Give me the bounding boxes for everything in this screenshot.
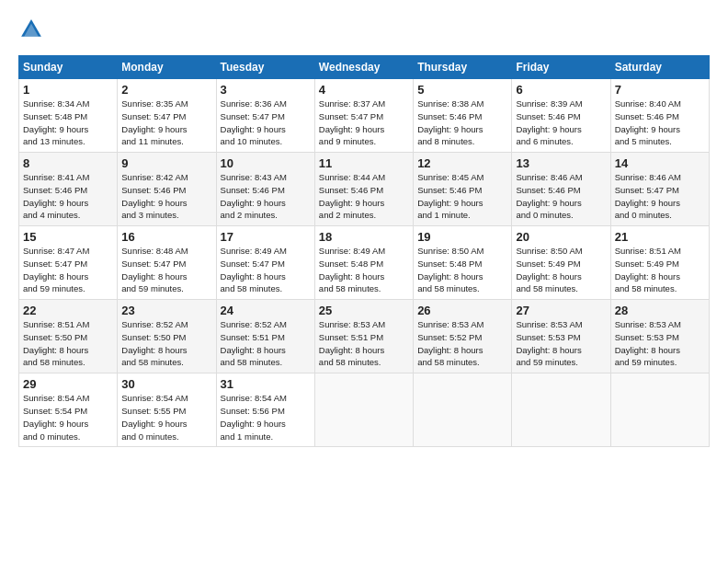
day-info-line: Daylight: 8 hours bbox=[319, 270, 409, 283]
day-number: 22 bbox=[23, 304, 113, 317]
day-info-line: Sunset: 5:46 PM bbox=[417, 184, 507, 197]
day-info-line: Sunset: 5:52 PM bbox=[417, 331, 507, 344]
day-info: Sunrise: 8:49 AMSunset: 5:47 PMDaylight:… bbox=[221, 245, 311, 295]
day-info: Sunrise: 8:45 AMSunset: 5:46 PMDaylight:… bbox=[417, 171, 507, 222]
logo-icon bbox=[18, 17, 44, 42]
day-info-line: Daylight: 9 hours bbox=[23, 123, 113, 136]
day-info-line: Sunrise: 8:54 AM bbox=[23, 392, 113, 405]
day-info: Sunrise: 8:42 AMSunset: 5:46 PMDaylight:… bbox=[121, 171, 211, 222]
header-cell-saturday: Saturday bbox=[610, 56, 709, 79]
day-number: 21 bbox=[615, 230, 705, 244]
day-info: Sunrise: 8:53 AMSunset: 5:51 PMDaylight:… bbox=[319, 318, 409, 369]
day-info-line: Daylight: 8 hours bbox=[615, 270, 705, 283]
day-info-line: Sunrise: 8:44 AM bbox=[319, 171, 409, 184]
day-info-line: Sunrise: 8:47 AM bbox=[23, 245, 113, 258]
day-info: Sunrise: 8:43 AMSunset: 5:46 PMDaylight:… bbox=[221, 171, 311, 222]
day-info: Sunrise: 8:40 AMSunset: 5:46 PMDaylight:… bbox=[615, 98, 705, 148]
day-info-line: Sunrise: 8:53 AM bbox=[417, 318, 507, 331]
day-info-line: Daylight: 9 hours bbox=[121, 123, 211, 136]
day-number: 14 bbox=[615, 156, 705, 170]
day-info-line: and 1 minute. bbox=[417, 209, 507, 222]
calendar-cell: 26Sunrise: 8:53 AMSunset: 5:52 PMDayligh… bbox=[414, 300, 512, 373]
day-info-line: and 2 minutes. bbox=[221, 209, 311, 222]
day-number: 20 bbox=[516, 230, 606, 244]
day-info-line: Sunrise: 8:40 AM bbox=[615, 98, 705, 110]
day-info-line: and 58 minutes. bbox=[221, 282, 311, 295]
day-info-line: Daylight: 9 hours bbox=[417, 197, 507, 210]
day-info-line: Daylight: 9 hours bbox=[417, 123, 507, 136]
page: SundayMondayTuesdayWednesdayThursdayFrid… bbox=[0, 0, 728, 456]
day-info-line: Daylight: 9 hours bbox=[23, 418, 113, 431]
day-info-line: and 2 minutes. bbox=[319, 209, 409, 222]
day-number: 7 bbox=[615, 83, 705, 97]
day-info: Sunrise: 8:39 AMSunset: 5:46 PMDaylight:… bbox=[516, 98, 606, 148]
day-info-line: Sunrise: 8:35 AM bbox=[121, 98, 211, 110]
day-info-line: Sunrise: 8:38 AM bbox=[417, 98, 507, 110]
day-info-line: Sunrise: 8:52 AM bbox=[121, 318, 211, 331]
day-info-line: Daylight: 9 hours bbox=[516, 197, 606, 210]
calendar-cell: 31Sunrise: 8:54 AMSunset: 5:56 PMDayligh… bbox=[216, 373, 314, 447]
day-info-line: Daylight: 8 hours bbox=[121, 344, 211, 357]
calendar-cell: 30Sunrise: 8:54 AMSunset: 5:55 PMDayligh… bbox=[118, 373, 216, 447]
day-info: Sunrise: 8:35 AMSunset: 5:47 PMDaylight:… bbox=[121, 98, 211, 148]
day-info-line: Daylight: 9 hours bbox=[615, 197, 705, 210]
day-info-line: Sunrise: 8:36 AM bbox=[221, 98, 311, 110]
day-info-line: and 5 minutes. bbox=[615, 135, 705, 148]
header bbox=[18, 17, 710, 42]
day-info: Sunrise: 8:44 AMSunset: 5:46 PMDaylight:… bbox=[319, 171, 409, 222]
calendar-cell: 2Sunrise: 8:35 AMSunset: 5:47 PMDaylight… bbox=[118, 79, 216, 153]
calendar-cell: 18Sunrise: 8:49 AMSunset: 5:48 PMDayligh… bbox=[314, 226, 413, 300]
day-info-line: Daylight: 8 hours bbox=[121, 270, 211, 283]
calendar-cell: 9Sunrise: 8:42 AMSunset: 5:46 PMDaylight… bbox=[118, 153, 216, 226]
day-info-line: and 59 minutes. bbox=[23, 282, 113, 295]
day-info: Sunrise: 8:36 AMSunset: 5:47 PMDaylight:… bbox=[221, 98, 311, 148]
day-info-line: Sunset: 5:47 PM bbox=[23, 258, 113, 270]
header-cell-tuesday: Tuesday bbox=[216, 56, 314, 79]
day-number: 31 bbox=[221, 377, 311, 391]
day-info-line: Sunset: 5:49 PM bbox=[516, 258, 606, 270]
day-number: 6 bbox=[516, 83, 606, 97]
calendar-week-row: 8Sunrise: 8:41 AMSunset: 5:46 PMDaylight… bbox=[19, 153, 710, 226]
day-info-line: Sunset: 5:46 PM bbox=[516, 110, 606, 123]
calendar-week-row: 22Sunrise: 8:51 AMSunset: 5:50 PMDayligh… bbox=[19, 300, 710, 373]
day-info-line: Sunset: 5:47 PM bbox=[121, 258, 211, 270]
calendar-cell: 29Sunrise: 8:54 AMSunset: 5:54 PMDayligh… bbox=[19, 373, 118, 447]
day-number: 15 bbox=[23, 230, 113, 244]
calendar-cell: 1Sunrise: 8:34 AMSunset: 5:48 PMDaylight… bbox=[19, 79, 118, 153]
day-info-line: and 4 minutes. bbox=[23, 209, 113, 222]
day-info: Sunrise: 8:54 AMSunset: 5:54 PMDaylight:… bbox=[23, 392, 113, 442]
day-number: 27 bbox=[516, 304, 606, 317]
day-info-line: Daylight: 9 hours bbox=[615, 123, 705, 136]
header-cell-sunday: Sunday bbox=[19, 56, 118, 79]
day-info-line: and 1 minute. bbox=[221, 431, 311, 443]
day-info-line: Sunset: 5:49 PM bbox=[615, 258, 705, 270]
day-info-line: and 59 minutes. bbox=[615, 356, 705, 369]
calendar-cell: 28Sunrise: 8:53 AMSunset: 5:53 PMDayligh… bbox=[610, 300, 709, 373]
day-info: Sunrise: 8:50 AMSunset: 5:49 PMDaylight:… bbox=[516, 245, 606, 295]
day-info-line: Sunrise: 8:52 AM bbox=[221, 318, 311, 331]
day-info-line: and 0 minutes. bbox=[516, 209, 606, 222]
day-info-line: Sunset: 5:47 PM bbox=[221, 258, 311, 270]
calendar-cell: 10Sunrise: 8:43 AMSunset: 5:46 PMDayligh… bbox=[216, 153, 314, 226]
day-info-line: Daylight: 9 hours bbox=[319, 123, 409, 136]
calendar-cell: 22Sunrise: 8:51 AMSunset: 5:50 PMDayligh… bbox=[19, 300, 118, 373]
day-info: Sunrise: 8:37 AMSunset: 5:47 PMDaylight:… bbox=[319, 98, 409, 148]
day-info-line: Daylight: 8 hours bbox=[516, 344, 606, 357]
day-info-line: and 58 minutes. bbox=[319, 282, 409, 295]
day-info-line: Daylight: 8 hours bbox=[23, 344, 113, 357]
day-info-line: Sunset: 5:46 PM bbox=[516, 184, 606, 197]
day-info-line: Sunset: 5:51 PM bbox=[221, 331, 311, 344]
day-number: 12 bbox=[417, 156, 507, 170]
day-info-line: Sunset: 5:48 PM bbox=[417, 258, 507, 270]
day-info: Sunrise: 8:49 AMSunset: 5:48 PMDaylight:… bbox=[319, 245, 409, 295]
day-info-line: and 58 minutes. bbox=[221, 356, 311, 369]
day-info-line: Sunrise: 8:53 AM bbox=[319, 318, 409, 331]
day-number: 10 bbox=[221, 156, 311, 170]
day-info-line: Sunrise: 8:54 AM bbox=[121, 392, 211, 405]
calendar-cell bbox=[414, 373, 512, 447]
calendar-cell: 19Sunrise: 8:50 AMSunset: 5:48 PMDayligh… bbox=[414, 226, 512, 300]
calendar-cell: 6Sunrise: 8:39 AMSunset: 5:46 PMDaylight… bbox=[512, 79, 610, 153]
day-info-line: and 58 minutes. bbox=[319, 356, 409, 369]
calendar-cell: 27Sunrise: 8:53 AMSunset: 5:53 PMDayligh… bbox=[512, 300, 610, 373]
day-info: Sunrise: 8:50 AMSunset: 5:48 PMDaylight:… bbox=[417, 245, 507, 295]
